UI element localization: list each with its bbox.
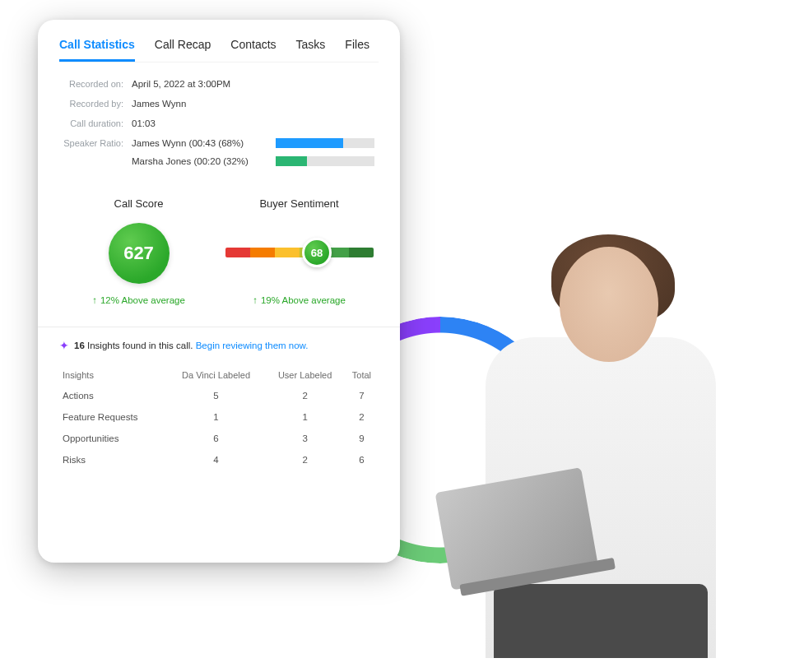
- arrow-up-icon: ↑: [92, 295, 97, 305]
- speaker-1-text: James Wynn (00:43 (68%): [132, 138, 276, 148]
- cell: 1: [167, 406, 266, 428]
- table-row: Risks 4 2 6: [59, 449, 379, 470]
- cell: 4: [167, 449, 266, 470]
- call-score-title: Call Score: [63, 197, 215, 210]
- speaker-1-bar-fill: [276, 138, 343, 148]
- detail-row-recorded-by: Recorded by: James Wynn: [59, 99, 379, 109]
- speaker-2-bar: [276, 156, 374, 166]
- insights-banner-text: 16 Insights found in this call. Begin re…: [74, 341, 309, 350]
- sentiment-knob: 68: [302, 238, 332, 267]
- buyer-sentiment-block: Buyer Sentiment 68 ↑19% Above average: [223, 197, 375, 305]
- sentiment-delta-text: 19% Above average: [261, 295, 346, 305]
- metrics-row: Call Score 627 ↑12% Above average Buyer …: [59, 197, 379, 305]
- sentiment-delta: ↑19% Above average: [223, 295, 375, 305]
- call-statistics-card: Call Statistics Call Recap Contacts Task…: [38, 20, 400, 563]
- sparkle-icon: ✦: [59, 339, 69, 352]
- col-total: Total: [345, 365, 379, 385]
- cell: Risks: [59, 449, 167, 470]
- insights-body: Insights found in this call.: [85, 341, 196, 350]
- col-user: User Labeled: [265, 365, 345, 385]
- table-row: Feature Requests 1 1 2: [59, 406, 379, 428]
- detail-row-recorded-on: Recorded on: April 5, 2022 at 3:00PM: [59, 79, 379, 89]
- table-row: Actions 5 2 7: [59, 385, 379, 406]
- insights-banner: ✦ 16 Insights found in this call. Begin …: [59, 339, 379, 352]
- recorded-by-label: Recorded by:: [59, 99, 132, 109]
- cell: 3: [265, 428, 345, 449]
- sentiment-track: [225, 248, 374, 257]
- arrow-up-icon: ↑: [253, 295, 258, 305]
- call-score-delta-text: 12% Above average: [100, 295, 185, 305]
- detail-row-speaker-ratio: Speaker Ratio: James Wynn (00:43 (68%) M…: [59, 138, 379, 174]
- call-duration-label: Call duration:: [59, 118, 132, 128]
- speaker-row-2: Marsha Jones (00:20 (32%): [132, 156, 379, 166]
- tab-call-statistics[interactable]: Call Statistics: [59, 38, 135, 62]
- cell: 5: [167, 385, 266, 406]
- call-duration-value: 01:03: [132, 118, 156, 128]
- tabs: Call Statistics Call Recap Contacts Task…: [59, 38, 379, 63]
- col-davinci: Da Vinci Labeled: [167, 365, 266, 385]
- recorded-by-value: James Wynn: [132, 99, 186, 109]
- person-face: [560, 247, 658, 362]
- cell: 2: [265, 385, 345, 406]
- speaker-2-bar-fill: [276, 156, 307, 166]
- sentiment-seg-yellow: [275, 248, 300, 257]
- sentiment-seg-darkgreen: [349, 248, 374, 257]
- tab-contacts[interactable]: Contacts: [230, 38, 276, 62]
- cell: 2: [265, 449, 345, 470]
- insights-count: 16: [74, 341, 85, 350]
- detail-row-call-duration: Call duration: 01:03: [59, 118, 379, 128]
- divider: [38, 327, 400, 327]
- cell: Actions: [59, 385, 167, 406]
- sentiment-seg-red: [225, 248, 250, 257]
- insights-table: Insights Da Vinci Labeled User Labeled T…: [59, 365, 379, 470]
- buyer-sentiment-title: Buyer Sentiment: [223, 197, 375, 210]
- call-score-block: Call Score 627 ↑12% Above average: [63, 197, 215, 305]
- cell: 9: [345, 428, 379, 449]
- cell: 7: [345, 385, 379, 406]
- call-score-circle: 627: [109, 223, 170, 284]
- sentiment-gauge: 68: [223, 223, 375, 284]
- sentiment-seg-orange: [250, 248, 275, 257]
- table-row: Opportunities 6 3 9: [59, 428, 379, 449]
- call-score-delta: ↑12% Above average: [63, 295, 215, 305]
- recorded-on-value: April 5, 2022 at 3:00PM: [132, 79, 230, 89]
- tab-files[interactable]: Files: [345, 38, 369, 62]
- cell: Opportunities: [59, 428, 167, 449]
- col-insights: Insights: [59, 365, 167, 385]
- insights-review-link[interactable]: Begin reviewing them now.: [196, 341, 309, 350]
- call-details: Recorded on: April 5, 2022 at 3:00PM Rec…: [59, 79, 379, 174]
- speaker-1-bar: [276, 138, 374, 148]
- recorded-on-label: Recorded on:: [59, 79, 132, 89]
- cell: 2: [345, 406, 379, 428]
- cell: 6: [167, 428, 266, 449]
- speaker-row-1: James Wynn (00:43 (68%): [132, 138, 379, 148]
- cell: Feature Requests: [59, 406, 167, 428]
- speaker-2-text: Marsha Jones (00:20 (32%): [132, 156, 276, 166]
- speaker-ratio-label: Speaker Ratio:: [59, 138, 132, 148]
- cell: 1: [265, 406, 345, 428]
- tab-call-recap[interactable]: Call Recap: [155, 38, 211, 62]
- person-illustration: [428, 230, 774, 658]
- table-header-row: Insights Da Vinci Labeled User Labeled T…: [59, 365, 379, 385]
- cell: 6: [345, 449, 379, 470]
- tab-tasks[interactable]: Tasks: [296, 38, 326, 62]
